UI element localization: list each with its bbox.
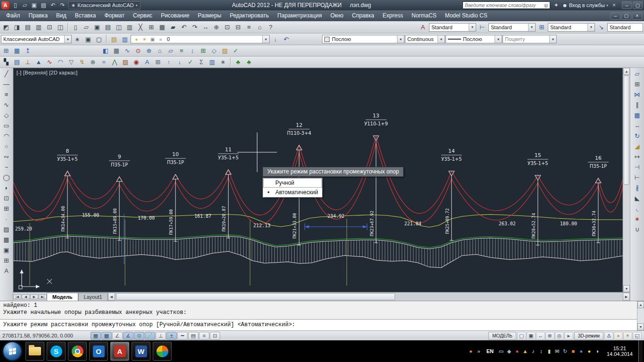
offset-icon[interactable]: ∥	[632, 100, 643, 110]
scroll-down-icon[interactable]: ▼	[623, 285, 630, 292]
layer-color-swatch[interactable]: ■	[157, 36, 164, 43]
revision-cloud-icon[interactable]: ∾	[1, 152, 12, 162]
menu-service[interactable]: Сервис	[129, 10, 157, 21]
doc-close-button[interactable]: ×	[632, 12, 642, 20]
join-icon[interactable]: ∪	[632, 224, 643, 234]
combo-arrow-icon[interactable]: ▼	[397, 35, 404, 43]
tab-model[interactable]: Модель	[47, 293, 78, 301]
tray-update-icon[interactable]: ▲	[521, 347, 529, 355]
workspace-combo[interactable]: Классический AutoCAD ▼	[1, 35, 72, 43]
ms-check-icon[interactable]: ✓	[185, 58, 196, 67]
designcenter-icon[interactable]: ⌂	[255, 23, 265, 32]
ms-wire-icon[interactable]: ∿	[44, 58, 55, 67]
taskbar-explorer-button[interactable]	[25, 342, 44, 361]
text-style-combo[interactable]: Standard ▼	[429, 23, 476, 32]
scale-icon[interactable]: ◢	[632, 141, 643, 151]
autoscale-icon[interactable]: ☀	[623, 332, 632, 340]
menu-window[interactable]: Окно	[326, 10, 348, 21]
ms-report-icon[interactable]: ▥	[207, 58, 217, 67]
workspace-gear-icon[interactable]: ∗	[72, 34, 83, 44]
dyn-toggle[interactable]: ±	[166, 332, 177, 340]
zoom-status-icon[interactable]: ⊕	[545, 332, 554, 340]
ms-anchor-icon[interactable]: ▽	[66, 58, 76, 67]
cs-tool-icon-11[interactable]: ◇	[209, 46, 219, 56]
taskbar-skype-button[interactable]: S	[47, 342, 66, 361]
tray-clock-app-icon[interactable]: ◑	[594, 347, 601, 355]
new-icon[interactable]: ▯	[70, 23, 81, 32]
zoom-realtime-icon[interactable]: ⊕	[211, 23, 222, 32]
ui-lock-icon[interactable]: ▣	[83, 34, 93, 44]
workspace-switcher[interactable]: ∗ Классический AutoCAD ▾	[68, 1, 140, 9]
construction-line-icon[interactable]: ―	[1, 79, 12, 89]
rotate-icon[interactable]: ↻	[632, 131, 643, 141]
ms-calc-icon[interactable]: Σ	[196, 58, 206, 67]
model-space-canvas[interactable]: 8У35-1+5ПК14+34.009П35-1РПК15+89.0010П35…	[13, 68, 623, 292]
combo-arrow-icon[interactable]: ▼	[64, 35, 71, 43]
tray-app-orange-icon[interactable]: ●	[467, 347, 475, 355]
doc-minimize-button[interactable]: –	[611, 12, 620, 20]
markup-set-icon[interactable]: ▥	[33, 23, 44, 32]
rectangle-icon[interactable]: ▭	[1, 121, 12, 131]
mirror-icon[interactable]: ⋈	[632, 90, 643, 99]
ms-mark-icon[interactable]: ◉	[131, 58, 141, 67]
tray-antivirus-icon[interactable]: ●	[513, 347, 521, 355]
ms-lower-icon[interactable]: ↓	[174, 58, 185, 67]
menu-edit[interactable]: Правка	[25, 10, 52, 21]
prompt-option-manual[interactable]: Ручной	[263, 178, 322, 188]
stretch-icon[interactable]: ↦	[632, 152, 643, 162]
taskbar-clock[interactable]: 15:21 14.04.2014	[603, 346, 636, 357]
menu-dimensions[interactable]: Размеры	[194, 10, 226, 21]
workspace-save-icon[interactable]: ▢	[94, 34, 104, 44]
explode-icon[interactable]: ∗	[632, 214, 643, 224]
menu-parametric[interactable]: Параметризация	[273, 10, 326, 21]
layer-previous-icon[interactable]: ↶	[281, 34, 291, 44]
tray-battery-icon[interactable]: ▮	[545, 347, 553, 355]
cs-tool-icon-8[interactable]: ≡	[176, 46, 187, 56]
undo2-icon[interactable]: ↶	[179, 23, 189, 32]
lwt-toggle[interactable]: ━	[177, 332, 188, 340]
layer-properties-icon[interactable]: ▤	[109, 34, 119, 44]
save-icon[interactable]: ▣	[92, 23, 102, 32]
line-icon[interactable]: ╱	[1, 69, 12, 79]
ms-pole-icon[interactable]: ⊥	[23, 58, 33, 67]
scroll-up-icon[interactable]: ▲	[637, 301, 644, 308]
table-style-combo[interactable]: Standard ▼	[548, 23, 595, 32]
start-button[interactable]	[3, 342, 21, 360]
tray-app2-icon[interactable]: ●	[578, 347, 585, 355]
help-icon[interactable]: ?	[265, 23, 276, 32]
gradient-icon[interactable]: ▦	[1, 235, 12, 245]
tab-first-button[interactable]: |◀	[13, 295, 21, 299]
mtext-icon[interactable]: A	[1, 266, 12, 276]
ms-tower-icon[interactable]: ▲	[33, 58, 44, 67]
plot2-icon[interactable]: ▤	[103, 23, 113, 32]
prompt-option-automatic[interactable]: ●Автоматический	[263, 188, 322, 197]
open-icon[interactable]: ▱	[81, 23, 91, 32]
tray-sync-icon[interactable]: ↻	[561, 347, 569, 355]
tray-app1-icon[interactable]: ■	[570, 347, 577, 355]
search-input[interactable]	[463, 3, 542, 8]
combo-arrow-icon[interactable]: ▼	[587, 24, 594, 31]
search-icon[interactable]: ◎	[542, 3, 550, 8]
ms-terrain-icon[interactable]: ▨	[120, 58, 131, 67]
save-file-icon[interactable]: ▣	[30, 1, 39, 9]
erase-icon[interactable]: ▱	[632, 69, 643, 79]
mode3d-button[interactable]: 3D-режим	[574, 332, 603, 340]
infocenter-search[interactable]: ◎	[462, 1, 550, 9]
cs-tool-icon-1[interactable]: ◧	[100, 46, 111, 56]
tab-last-button[interactable]: ▶|	[39, 295, 47, 299]
osnap-toggle[interactable]: ⊙	[134, 332, 144, 340]
ms-profile-icon[interactable]: ⋀	[109, 58, 120, 67]
cs-tool-icon-4[interactable]: ⊙	[133, 46, 143, 56]
sheet-set-manager-icon[interactable]: ▤	[23, 23, 33, 32]
menu-view[interactable]: Вид	[52, 10, 71, 21]
snap-toggle[interactable]: ▦	[91, 332, 101, 340]
color-combo[interactable]: Послою ▼	[322, 35, 405, 43]
cs-tool-icon-12[interactable]: ▨	[220, 46, 230, 56]
ellipse-arc-icon[interactable]: ◗	[1, 183, 12, 193]
cs-tool-icon-5[interactable]: ⊕	[144, 46, 154, 56]
clean-screen-icon[interactable]: ◱	[633, 332, 642, 340]
menu-draw[interactable]: Рисование	[157, 10, 193, 21]
plotstyle-combo[interactable]: Поцвету ▼	[503, 35, 557, 43]
menu-help[interactable]: Справка	[348, 10, 379, 21]
hatch-icon[interactable]: ▨	[1, 224, 12, 234]
